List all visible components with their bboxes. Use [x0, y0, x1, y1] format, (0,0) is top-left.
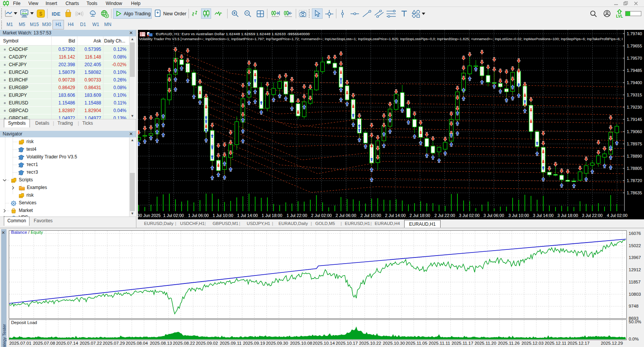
- svg-text:30 Jun 2025: 30 Jun 2025: [138, 213, 161, 218]
- svg-text:0.0%: 0.0%: [629, 337, 639, 341]
- svg-text:2 Jul 18:00: 2 Jul 18:00: [410, 213, 430, 218]
- svg-text:1 Jul 02:00: 1 Jul 02:00: [163, 213, 184, 218]
- svg-text:12912: 12912: [629, 267, 641, 272]
- svg-text:$: $: [39, 11, 43, 17]
- svg-text:10803: 10803: [629, 292, 641, 296]
- svg-text:LVL: LVL: [616, 14, 623, 18]
- svg-text:1.79655: 1.79655: [627, 44, 642, 48]
- svg-text:2025.10.30: 2025.10.30: [383, 341, 405, 345]
- svg-text:1 Jul 22:00: 1 Jul 22:00: [287, 213, 307, 218]
- svg-text:2 Jul 06:00: 2 Jul 06:00: [336, 213, 356, 218]
- svg-text:2025.11.05: 2025.11.05: [406, 341, 428, 345]
- svg-text:1.78805: 1.78805: [627, 166, 642, 171]
- svg-text:✕: ✕: [2, 230, 5, 235]
- svg-text:2025.10.17: 2025.10.17: [336, 341, 358, 345]
- svg-text:2 Jul 22:00: 2 Jul 22:00: [434, 213, 455, 218]
- svg-text:1.78635: 1.78635: [627, 191, 642, 195]
- svg-text:1.79485: 1.79485: [627, 68, 642, 73]
- svg-text:1.79060: 1.79060: [627, 129, 642, 134]
- svg-text:2025.11.20: 2025.11.20: [475, 341, 497, 345]
- svg-text:3 Jul 14:00: 3 Jul 14:00: [533, 213, 554, 218]
- svg-text:2 Jul 14:00: 2 Jul 14:00: [385, 213, 406, 218]
- svg-text:9748: 9748: [629, 304, 639, 308]
- svg-text:2025.09.11: 2025.09.11: [220, 341, 242, 345]
- svg-text:2025.10.08: 2025.10.08: [290, 341, 312, 345]
- svg-text:3 Jul 18:00: 3 Jul 18:00: [557, 213, 578, 218]
- svg-text:1.79570: 1.79570: [627, 56, 642, 60]
- svg-text:2025.07.29: 2025.07.29: [103, 341, 125, 345]
- svg-text:2025.09.30: 2025.09.30: [266, 341, 288, 345]
- svg-text:3 Jul 02:00: 3 Jul 02:00: [459, 213, 480, 218]
- svg-text:13967: 13967: [629, 255, 641, 260]
- svg-text:Volatility Trader Pro V3.5 [<u: Volatility Trader Pro V3.5 [<unnamed>=; …: [139, 37, 623, 41]
- svg-text:1.78975: 1.78975: [627, 142, 642, 146]
- svg-text:11857: 11857: [629, 280, 641, 284]
- svg-text:1.79740: 1.79740: [627, 31, 642, 36]
- svg-text:3 Jul 22:00: 3 Jul 22:00: [582, 213, 603, 218]
- svg-text:2025.11.17: 2025.11.17: [452, 341, 474, 345]
- svg-text:2025.09.02: 2025.09.02: [196, 341, 218, 345]
- svg-text:2025.08.13: 2025.08.13: [150, 341, 172, 345]
- svg-text:2025.09.19: 2025.09.19: [243, 341, 265, 345]
- svg-text:Strategy Tester: Strategy Tester: [2, 324, 7, 347]
- svg-text:4 Jul 02:00: 4 Jul 02:00: [607, 213, 628, 218]
- svg-text:2025.12.11: 2025.12.11: [545, 341, 567, 345]
- svg-text:3 Jul 06:00: 3 Jul 06:00: [483, 213, 504, 218]
- svg-text:2025.07.01: 2025.07.01: [9, 341, 31, 345]
- svg-text:2025.11.11: 2025.11.11: [429, 341, 450, 345]
- svg-text:2025.07.22: 2025.07.22: [80, 341, 102, 345]
- svg-text:2025.11.26: 2025.11.26: [498, 341, 520, 345]
- svg-text:2025.07.14: 2025.07.14: [56, 341, 78, 345]
- svg-text:2025.08.04: 2025.08.04: [126, 341, 148, 345]
- svg-text:50.0%: 50.0%: [629, 319, 641, 324]
- svg-text:2025.08.22: 2025.08.22: [173, 341, 195, 345]
- svg-text:3 Jul 10:00: 3 Jul 10:00: [508, 213, 529, 218]
- svg-text:1.79145: 1.79145: [627, 117, 642, 122]
- svg-text:16076: 16076: [629, 231, 641, 236]
- svg-text:2025.10.14: 2025.10.14: [313, 341, 335, 345]
- svg-text:1.78890: 1.78890: [627, 154, 642, 158]
- svg-text:2 Jul 10:00: 2 Jul 10:00: [361, 213, 381, 218]
- svg-text:1.79230: 1.79230: [627, 105, 642, 109]
- svg-text:2 Jul 02:00: 2 Jul 02:00: [311, 213, 332, 218]
- svg-text:1.78720: 1.78720: [627, 178, 642, 183]
- svg-text:2025.12.03: 2025.12.03: [521, 341, 544, 345]
- svg-text:Balance / Equity: Balance / Equity: [11, 230, 43, 235]
- svg-text:2025.10.22: 2025.10.22: [359, 341, 381, 345]
- svg-text:2025.12.17: 2025.12.17: [567, 341, 590, 345]
- svg-text:Deposit Load: Deposit Load: [11, 320, 37, 325]
- svg-text:1.79400: 1.79400: [627, 80, 642, 85]
- svg-text:EURAUD, H1: Euro vs Australia: EURAUD, H1: Euro vs Australian Dollar 1.…: [156, 32, 310, 36]
- svg-text:15022: 15022: [629, 243, 641, 248]
- svg-text:1 Jul 18:00: 1 Jul 18:00: [262, 213, 282, 218]
- svg-text:2025.12.29: 2025.12.29: [601, 341, 623, 345]
- svg-text:1 Jul 06:00: 1 Jul 06:00: [188, 213, 209, 218]
- svg-text:1.79315: 1.79315: [627, 93, 642, 97]
- svg-text:2025.07.08: 2025.07.08: [33, 341, 55, 345]
- svg-text:1 Jul 14:00: 1 Jul 14:00: [237, 213, 258, 218]
- svg-text:1 Jul 10:00: 1 Jul 10:00: [213, 213, 233, 218]
